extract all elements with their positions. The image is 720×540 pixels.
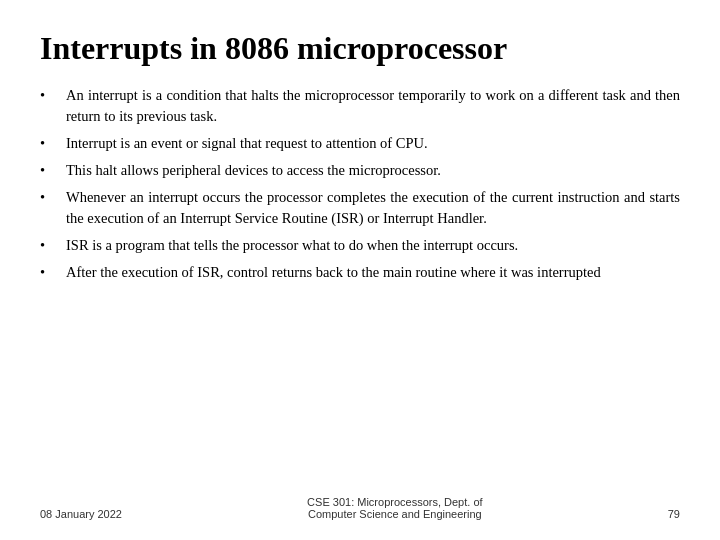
bullet-marker: • <box>40 85 60 106</box>
bullet-marker: • <box>40 262 60 283</box>
list-item: • ISR is a program that tells the proces… <box>40 235 680 256</box>
bullet-marker: • <box>40 133 60 154</box>
bullet-marker: • <box>40 235 60 256</box>
slide-footer: 08 January 2022 CSE 301: Microprocessors… <box>40 496 680 520</box>
bullet-text: After the execution of ISR, control retu… <box>66 262 680 283</box>
footer-center-line2: Computer Science and Engineering <box>142 508 648 520</box>
footer-center: CSE 301: Microprocessors, Dept. of Compu… <box>142 496 648 520</box>
slide: Interrupts in 8086 microprocessor • An i… <box>0 0 720 540</box>
bullet-marker: • <box>40 160 60 181</box>
bullet-text: This halt allows peripheral devices to a… <box>66 160 680 181</box>
list-item: • Whenever an interrupt occurs the proce… <box>40 187 680 229</box>
footer-page-number: 79 <box>668 508 680 520</box>
content-area: • An interrupt is a condition that halts… <box>40 85 680 488</box>
bullet-text: Interrupt is an event or signal that req… <box>66 133 680 154</box>
bullet-marker: • <box>40 187 60 208</box>
list-item: • Interrupt is an event or signal that r… <box>40 133 680 154</box>
slide-title: Interrupts in 8086 microprocessor <box>40 30 680 67</box>
list-item: • This halt allows peripheral devices to… <box>40 160 680 181</box>
list-item: • After the execution of ISR, control re… <box>40 262 680 283</box>
list-item: • An interrupt is a condition that halts… <box>40 85 680 127</box>
bullet-text: Whenever an interrupt occurs the process… <box>66 187 680 229</box>
footer-date: 08 January 2022 <box>40 508 122 520</box>
bullet-text: An interrupt is a condition that halts t… <box>66 85 680 127</box>
footer-center-line1: CSE 301: Microprocessors, Dept. of <box>142 496 648 508</box>
bullet-text: ISR is a program that tells the processo… <box>66 235 680 256</box>
